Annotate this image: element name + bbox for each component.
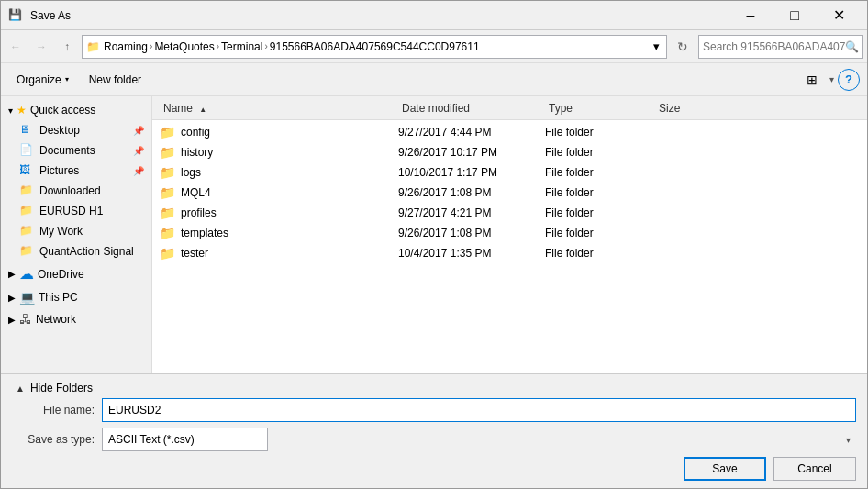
desktop-pin-icon: 📌 [133, 126, 144, 136]
sidebar-item-network[interactable]: ▶ 🖧 Network [1, 308, 151, 330]
col-header-size[interactable]: Size [655, 100, 729, 117]
organize-dropdown-arrow: ▾ [65, 75, 69, 83]
file-type: File folder [545, 146, 655, 159]
breadcrumb-guid: 915566BA06ADA407569C544CC0D97611 [270, 40, 480, 53]
desktop-icon: 🖥 [19, 123, 34, 138]
quick-access-chevron-icon: ▾ [8, 106, 13, 116]
breadcrumb: Roaming › MetaQuotes › Terminal › 915566… [104, 40, 646, 53]
thispc-label: This PC [39, 291, 78, 304]
window-icon: 💾 [8, 8, 23, 23]
filename-input[interactable] [102, 398, 856, 422]
close-button[interactable]: ✕ [818, 1, 860, 30]
new-folder-label: New folder [89, 73, 141, 86]
network-icon: 🖧 [19, 312, 32, 327]
sidebar-item-onedrive[interactable]: ▶ ☁ OneDrive [1, 261, 151, 286]
file-type: File folder [545, 227, 655, 239]
mywork-label: My Work [39, 225, 83, 238]
col-header-type[interactable]: Type [545, 100, 655, 117]
quantaction-label: QuantAction Signal [39, 245, 134, 258]
table-row[interactable]: 📁 MQL4 9/26/2017 1:08 PM File folder [152, 183, 867, 203]
file-name: templates [181, 227, 228, 239]
sidebar-item-desktop[interactable]: 🖥 Desktop 📌 [1, 120, 151, 140]
file-name: logs [181, 166, 201, 179]
up-button[interactable]: ↑ [56, 36, 78, 58]
minimize-button[interactable]: – [729, 1, 772, 30]
sidebar-section-quick-access[interactable]: ▾ ★ Quick access [1, 100, 151, 120]
sidebar-item-mywork[interactable]: 📁 My Work [1, 221, 151, 241]
table-row[interactable]: 📁 logs 10/10/2017 1:17 PM File folder [152, 162, 867, 183]
address-dropdown-button[interactable]: ▾ [650, 36, 662, 58]
sidebar-item-thispc[interactable]: ▶ 💻 This PC [1, 286, 151, 308]
file-name: profiles [181, 206, 217, 219]
organize-label: Organize [17, 73, 61, 86]
mywork-folder-icon: 📁 [19, 224, 34, 239]
views-button[interactable]: ⊞ [798, 67, 826, 93]
col-header-name[interactable]: Name ▲ [160, 100, 398, 117]
hide-folders-row: ▲ Hide Folders [12, 382, 856, 395]
window-title: Save As [30, 9, 729, 22]
search-box[interactable]: 🔍 [698, 35, 863, 59]
documents-label: Documents [39, 144, 95, 157]
views-icon: ⊞ [807, 72, 818, 87]
table-row[interactable]: 📁 tester 10/4/2017 1:35 PM File folder [152, 243, 867, 263]
filename-label: File name: [12, 404, 95, 417]
sidebar-item-quantaction[interactable]: 📁 QuantAction Signal [1, 241, 151, 261]
main-area: ▾ ★ Quick access 🖥 Desktop 📌 📄 Documents… [1, 96, 867, 373]
back-button[interactable]: ← [5, 36, 27, 58]
onedrive-label: OneDrive [38, 268, 84, 281]
save-as-dialog: 💾 Save As – □ ✕ ← → ↑ 📁 Roaming › MetaQu… [0, 0, 868, 489]
save-button[interactable]: Save [684, 457, 766, 481]
file-date: 10/10/2017 1:17 PM [398, 166, 545, 179]
views-dropdown-arrow[interactable]: ▾ [829, 74, 834, 84]
network-chevron-icon: ▶ [8, 315, 16, 325]
help-button[interactable]: ? [838, 69, 860, 91]
file-date: 9/26/2017 1:08 PM [398, 227, 545, 239]
sidebar-item-downloaded[interactable]: 📁 Downloaded [1, 181, 151, 201]
table-row[interactable]: 📁 profiles 9/27/2017 4:21 PM File folder [152, 203, 867, 223]
downloaded-label: Downloaded [39, 184, 101, 197]
table-row[interactable]: 📁 config 9/27/2017 4:44 PM File folder [152, 122, 867, 142]
file-type: File folder [545, 126, 655, 139]
hide-folders-toggle[interactable]: ▲ [16, 383, 25, 394]
cancel-button[interactable]: Cancel [773, 457, 856, 481]
folder-icon: 📁 [160, 246, 175, 261]
title-bar: 💾 Save As – □ ✕ [1, 1, 867, 30]
downloaded-folder-icon: 📁 [19, 183, 34, 198]
maximize-button[interactable]: □ [773, 1, 816, 30]
folder-icon: 📁 [160, 125, 175, 139]
file-type: File folder [545, 186, 655, 199]
content-area: Name ▲ Date modified Type Size 📁 config [152, 96, 867, 373]
forward-button[interactable]: → [30, 36, 52, 58]
column-headers: Name ▲ Date modified Type Size [152, 96, 867, 120]
pictures-pin-icon: 📌 [133, 166, 144, 176]
desktop-label: Desktop [39, 124, 80, 137]
onedrive-icon: ☁ [19, 265, 34, 283]
table-row[interactable]: 📁 templates 9/26/2017 1:08 PM File folde… [152, 223, 867, 243]
pictures-icon: 🖼 [19, 163, 34, 178]
search-input[interactable] [703, 40, 845, 53]
sidebar-item-eurusd[interactable]: 📁 EURUSD H1 [1, 201, 151, 221]
savetype-label: Save as type: [12, 433, 95, 446]
new-folder-button[interactable]: New folder [81, 67, 150, 93]
savetype-select[interactable]: ASCII Text (*.csv)CSV (Comma delimited) … [102, 428, 268, 451]
organize-button[interactable]: Organize ▾ [8, 67, 77, 93]
folder-icon: 📁 [160, 185, 175, 200]
title-bar-controls: – □ ✕ [729, 1, 860, 30]
form-actions: Save Cancel [12, 457, 856, 481]
sidebar-item-documents[interactable]: 📄 Documents 📌 [1, 140, 151, 161]
sidebar-item-pictures[interactable]: 🖼 Pictures 📌 [1, 161, 151, 181]
refresh-button[interactable]: ↻ [671, 35, 695, 59]
col-header-date[interactable]: Date modified [398, 100, 545, 117]
eurusd-folder-icon: 📁 [19, 204, 34, 218]
savetype-row: Save as type: ASCII Text (*.csv)CSV (Com… [12, 428, 856, 451]
table-row[interactable]: 📁 history 9/26/2017 10:17 PM File folder [152, 142, 867, 162]
documents-icon: 📄 [19, 143, 34, 158]
file-date: 9/27/2017 4:44 PM [398, 126, 545, 139]
search-icon: 🔍 [845, 40, 859, 53]
file-type: File folder [545, 166, 655, 179]
file-date: 9/26/2017 1:08 PM [398, 186, 545, 199]
address-bar[interactable]: 📁 Roaming › MetaQuotes › Terminal › 9155… [82, 35, 667, 59]
file-type: File folder [545, 206, 655, 219]
filename-row: File name: [12, 398, 856, 422]
quick-access-star-icon: ★ [17, 104, 27, 117]
